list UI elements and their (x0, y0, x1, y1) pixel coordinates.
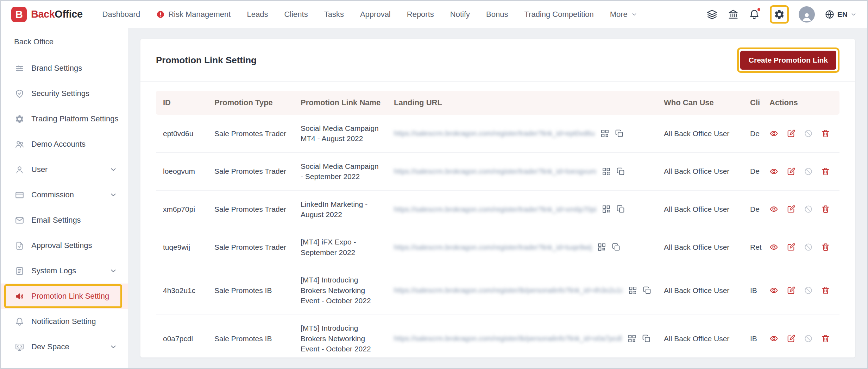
disable-icon[interactable] (804, 129, 813, 138)
edit-icon[interactable] (787, 334, 795, 343)
sidebar-item-notification-setting[interactable]: Notification Setting (1, 309, 128, 334)
landing-url-text: https://salescrm.brokragon.com/register/… (394, 166, 596, 176)
disable-icon[interactable] (804, 286, 813, 295)
sidebar-item-label: User (31, 165, 48, 174)
view-icon[interactable] (769, 129, 778, 138)
edit-icon[interactable] (787, 205, 795, 214)
delete-icon[interactable] (821, 205, 830, 214)
nav-item-notify[interactable]: Notify (450, 10, 470, 19)
sidebar-item-user[interactable]: User (1, 157, 128, 182)
language-selector[interactable]: EN (825, 9, 857, 19)
disable-icon[interactable] (804, 334, 813, 343)
view-icon[interactable] (769, 243, 778, 252)
cell-clicks: Ret (744, 228, 764, 266)
cell-actions (764, 152, 839, 190)
sidebar-item-promotion-link-setting[interactable]: Promotion Link Setting (1, 284, 128, 309)
sidebar: Back Office Brand Settings Security Sett… (1, 28, 128, 368)
nav-item-trading-competition[interactable]: Trading Competition (524, 10, 593, 19)
cell-id: ept0vd6u (156, 115, 209, 152)
sidebar-item-label: Trading Platform Settings (31, 114, 118, 123)
view-icon[interactable] (769, 167, 778, 176)
cell-actions (764, 314, 839, 357)
copy-icon[interactable] (616, 205, 625, 214)
sidebar-item-trading-platform-settings[interactable]: Trading Platform Settings (1, 106, 128, 132)
sidebar-item-dev-space[interactable]: Dev Space (1, 334, 128, 360)
nav-item-risk-management[interactable]: Risk Management (156, 10, 231, 19)
nav-item-reports[interactable]: Reports (407, 10, 434, 19)
view-icon[interactable] (769, 334, 778, 343)
sidebar-item-email-settings[interactable]: Email Settings (1, 208, 128, 233)
column-header-who-can-use: Who Can Use (658, 91, 744, 115)
disable-icon[interactable] (804, 205, 813, 214)
qr-code-icon[interactable] (597, 243, 606, 252)
sidebar-item-demo-accounts[interactable]: Demo Accounts (1, 132, 128, 157)
edit-icon[interactable] (787, 286, 795, 295)
sidebar-item-brand-settings[interactable]: Brand Settings (1, 56, 128, 81)
qr-code-icon[interactable] (602, 205, 611, 214)
nav-item-label: Leads (247, 10, 268, 19)
sidebar-item-label: Email Settings (31, 216, 81, 225)
delete-icon[interactable] (821, 167, 830, 176)
layers-icon[interactable] (706, 9, 718, 20)
delete-icon[interactable] (821, 334, 830, 343)
cell-clicks: IB (744, 266, 764, 314)
copy-icon[interactable] (612, 243, 621, 252)
card-header: Promotion Link Setting Create Promotion … (140, 39, 855, 82)
view-icon[interactable] (769, 286, 778, 295)
cell-landing-url: https://salescrm.brokragon.com/register/… (388, 152, 658, 190)
copy-icon[interactable] (615, 129, 624, 138)
copy-icon[interactable] (616, 167, 625, 176)
nav-item-label: Approval (360, 10, 391, 19)
sidebar-item-label: Security Settings (31, 89, 89, 98)
sidebar-item-security-settings[interactable]: Security Settings (1, 81, 128, 106)
create-promotion-link-button[interactable]: Create Promotion Link (740, 51, 836, 70)
edit-icon[interactable] (787, 129, 795, 138)
gear-icon[interactable] (774, 9, 785, 20)
nav-item-label: Notify (450, 10, 470, 19)
bell-icon[interactable] (749, 9, 760, 20)
cell-id: xm6p70pi (156, 190, 209, 228)
view-icon[interactable] (769, 205, 778, 214)
copy-icon[interactable] (642, 334, 651, 343)
sidebar-item-label: Brand Settings (31, 64, 82, 73)
nav-item-more[interactable]: More (610, 10, 637, 19)
bank-icon[interactable] (728, 9, 739, 20)
sidebar-item-system-logs[interactable]: System Logs (1, 258, 128, 284)
cell-actions (764, 115, 839, 152)
nav-item-leads[interactable]: Leads (247, 10, 268, 19)
copy-icon[interactable] (643, 286, 652, 295)
cell-id: o0a7pcdl (156, 314, 209, 357)
sidebar-item-commission[interactable]: Commission (1, 182, 128, 208)
nav-item-approval[interactable]: Approval (360, 10, 391, 19)
cell-promotion-type: Sale Promotes IB (209, 266, 295, 314)
sidebar-item-approval-settings[interactable]: Approval Settings (1, 233, 128, 258)
cell-promotion-link-name: LinkedIn Marketing - August 2022 (295, 190, 388, 228)
disable-icon[interactable] (804, 243, 813, 252)
nav-item-dashboard[interactable]: Dashboard (102, 10, 140, 19)
cell-clicks: De (744, 115, 764, 152)
cell-clicks: De (744, 190, 764, 228)
qr-code-icon[interactable] (600, 129, 609, 138)
nav-item-label: Dashboard (102, 10, 140, 19)
nav-item-tasks[interactable]: Tasks (324, 10, 344, 19)
qr-code-icon[interactable] (602, 167, 611, 176)
delete-icon[interactable] (821, 129, 830, 138)
nav-item-bonus[interactable]: Bonus (486, 10, 508, 19)
brand-name: BackOffice (31, 8, 83, 20)
brand-logo[interactable]: B BackOffice (11, 7, 83, 22)
chevron-down-icon (109, 166, 117, 173)
delete-icon[interactable] (821, 286, 830, 295)
nav-item-clients[interactable]: Clients (284, 10, 308, 19)
cell-actions (764, 190, 839, 228)
column-header-id: ID (156, 91, 209, 115)
edit-icon[interactable] (787, 167, 795, 176)
table-row: tuqe9wij Sale Promotes Trader [MT4] iFX … (156, 228, 839, 266)
disable-icon[interactable] (804, 167, 813, 176)
delete-icon[interactable] (821, 243, 830, 252)
avatar[interactable] (799, 6, 815, 23)
edit-icon[interactable] (787, 243, 795, 252)
promotion-link-card: Promotion Link Setting Create Promotion … (140, 39, 855, 358)
qr-code-icon[interactable] (628, 334, 636, 343)
qr-code-icon[interactable] (628, 286, 637, 295)
risk-alert-icon (156, 10, 165, 19)
